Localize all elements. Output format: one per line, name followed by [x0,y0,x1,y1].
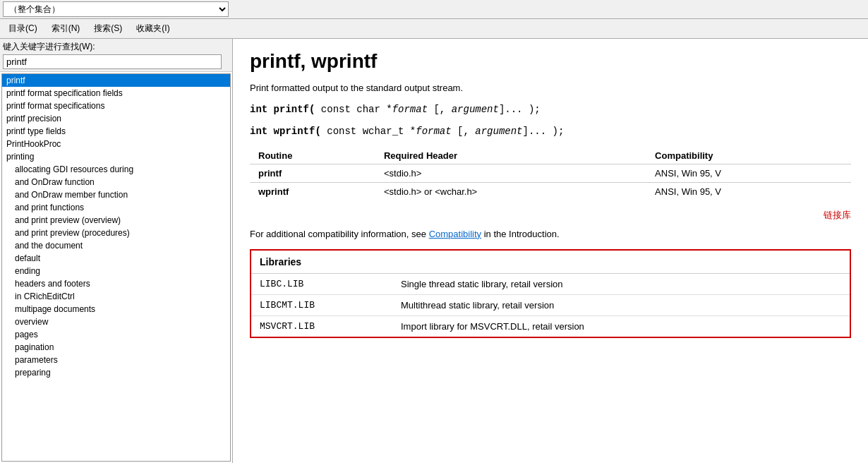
library-row: LIBC.LIBSingle thread static library, re… [251,274,850,295]
sidebar-item[interactable]: printf precision [2,112,230,125]
sidebar-item[interactable]: headers and footers [2,277,230,290]
table-row: printf<stdio.h>ANSI, Win 95, V [250,164,851,182]
sidebar-item[interactable]: parameters [2,354,230,366]
col-compat: Compatibility [646,148,851,164]
collection-dropdown[interactable]: （整个集合） [3,1,229,17]
sidebar-item[interactable]: ending [2,265,230,277]
sidebar-item[interactable]: overview [2,315,230,328]
sidebar-item[interactable]: and the document [2,239,230,252]
sidebar-list: printfprintf format specification fields… [1,73,231,462]
top-bar: （整个集合） [0,0,868,19]
description: Print formatted output to the standard o… [250,81,851,95]
page-title: printf, wprintf [250,50,851,73]
table-row: wprintf<stdio.h> or <wchar.h>ANSI, Win 9… [250,182,851,200]
compat-note: For additional compatibility information… [250,227,851,241]
search-section: 键入关键字进行查找(W): [0,39,232,72]
search-label: 键入关键字进行查找(W): [3,41,229,53]
sidebar-item[interactable]: PrintHookProc [2,138,230,150]
libraries-header: Libraries [251,251,850,274]
sig2-text: int wprintf( const wchar_t *format [, ar… [250,126,564,137]
menu-bar: 目录(C) 索引(N) 搜索(S) 收藏夹(I) [0,19,868,39]
sidebar-item[interactable]: preparing [2,366,230,379]
col-header: Required Header [375,148,646,164]
sidebar-item[interactable]: and print preview (overview) [2,214,230,227]
lib-name: LIBC.LIB [251,274,392,295]
cell-header: <stdio.h> [375,164,646,182]
menu-index[interactable]: 索引(N) [46,21,86,36]
signature2: int wprintf( const wchar_t *format [, ar… [250,124,851,139]
signature1: int printf( const char *format [, argume… [250,102,851,117]
search-input[interactable] [3,54,222,69]
cell-routine: wprintf [250,182,375,200]
sidebar-item[interactable]: and print preview (procedures) [2,227,230,239]
sidebar: 键入关键字进行查找(W): printfprintf format specif… [0,39,233,463]
lianjieku-label: 链接库 [250,209,851,222]
sig1-text: int printf( const char *format [, argume… [250,104,541,115]
menu-toc[interactable]: 目录(C) [3,21,43,36]
cell-compat: ANSI, Win 95, V [646,164,851,182]
menu-search[interactable]: 搜索(S) [88,21,128,36]
cell-routine: printf [250,164,375,182]
sidebar-item[interactable]: pagination [2,341,230,354]
sidebar-item[interactable]: printf format specification fields [2,87,230,100]
compat-link[interactable]: Compatibility [429,229,481,239]
libraries-box: Libraries LIBC.LIBSingle thread static l… [250,249,851,338]
sidebar-item[interactable]: and OnDraw function [2,176,230,188]
libraries-table: LIBC.LIBSingle thread static library, re… [251,274,850,337]
sidebar-item[interactable]: and OnDraw member function [2,188,230,201]
library-row: LIBCMT.LIBMultithread static library, re… [251,295,850,316]
sidebar-item[interactable]: printf [2,74,230,87]
lib-desc: Import library for MSVCRT.DLL, retail ve… [392,316,850,337]
cell-header: <stdio.h> or <wchar.h> [375,182,646,200]
sidebar-item[interactable]: default [2,252,230,265]
content-area: printf, wprintf Print formatted output t… [233,39,868,463]
lib-name: LIBCMT.LIB [251,295,392,316]
compat-note-before: For additional compatibility information… [250,229,429,239]
main-layout: 键入关键字进行查找(W): printfprintf format specif… [0,39,868,463]
sidebar-item[interactable]: multipage documents [2,303,230,315]
sidebar-item[interactable]: in CRichEditCtrl [2,290,230,303]
compat-note-after: in the Introduction. [481,229,560,239]
sidebar-item[interactable]: printing [2,150,230,163]
compat-table: Routine Required Header Compatibility pr… [250,148,851,200]
sidebar-item[interactable]: allocating GDI resources during [2,163,230,176]
lib-name: MSVCRT.LIB [251,316,392,337]
cell-compat: ANSI, Win 95, V [646,182,851,200]
library-row: MSVCRT.LIBImport library for MSVCRT.DLL,… [251,316,850,337]
menu-favorites[interactable]: 收藏夹(I) [131,21,175,36]
col-routine: Routine [250,148,375,164]
sidebar-item[interactable]: pages [2,328,230,341]
lib-desc: Single thread static library, retail ver… [392,274,850,295]
sidebar-item[interactable]: printf type fields [2,125,230,138]
sidebar-item[interactable]: printf format specifications [2,100,230,112]
sidebar-item[interactable]: and print functions [2,201,230,214]
lib-desc: Multithread static library, retail versi… [392,295,850,316]
